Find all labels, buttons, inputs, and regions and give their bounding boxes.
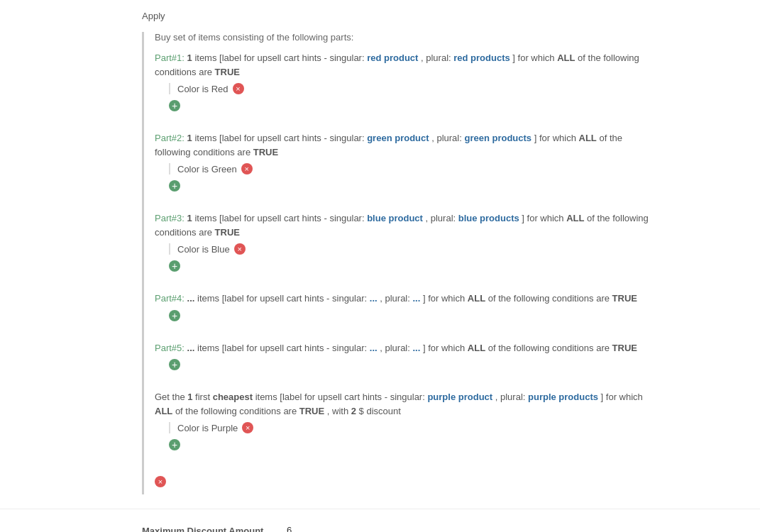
parts-container: Part#1: 1 items [label for upsell cart h… — [155, 51, 653, 377]
page-container: Apply Buy set of items consisting of the… — [0, 0, 760, 532]
remove-all-block: × — [155, 470, 653, 494]
get-singular: purple product — [427, 392, 492, 402]
get-true: TRUE — [299, 406, 324, 416]
add-condition-btn-part4[interactable]: + — [169, 310, 180, 321]
get-discount-qty: 2 — [351, 406, 356, 416]
remove-all-icon[interactable]: × — [155, 476, 166, 487]
part-desc-mid: , plural: — [378, 343, 413, 353]
get-header: Get the 1 first cheapest items [label fo… — [155, 390, 653, 418]
remove-condition-icon[interactable]: × — [241, 163, 253, 174]
part-label: Part#3: — [155, 213, 185, 223]
add-condition-btn-part3[interactable]: + — [169, 260, 180, 272]
part-label: Part#1: — [155, 52, 185, 63]
get-type: first — [192, 392, 212, 402]
part-condition-pre: of the following conditions are — [485, 343, 612, 353]
part-desc-post: ] for which — [420, 293, 467, 304]
part-header-part5: Part#5: ... items [label for upsell cart… — [155, 341, 653, 355]
rules-panel: Buy set of items consisting of the follo… — [142, 32, 653, 494]
maximum-discount-label: Maximum Discount Amount — [142, 526, 284, 533]
part-block-part1: Part#1: 1 items [label for upsell cart h… — [155, 51, 653, 118]
part-block-part2: Part#2: 1 items [label for upsell cart h… — [155, 131, 653, 199]
part-qty: 1 — [187, 133, 192, 143]
part-header-part2: Part#2: 1 items [label for upsell cart h… — [155, 131, 653, 159]
part-desc-pre: items [label for upsell cart hints - sin… — [194, 293, 369, 304]
part-header-part4: Part#4: ... items [label for upsell cart… — [155, 292, 653, 306]
add-condition-btn-part2[interactable]: + — [169, 180, 180, 192]
get-discount-symbol: $ — [356, 406, 364, 416]
condition-row-part2-0: Color is Green× — [169, 163, 653, 174]
add-get-condition-btn[interactable]: + — [169, 439, 180, 450]
condition-row-part1-0: Color is Red× — [169, 83, 653, 94]
part-qty: 1 — [187, 52, 192, 63]
part-label: Part#4: — [155, 293, 185, 304]
get-items-post: ] for which — [598, 392, 643, 402]
part-desc-post: ] for which — [420, 343, 467, 353]
remove-condition-icon[interactable]: × — [233, 83, 244, 94]
part-block-part4: Part#4: ... items [label for upsell cart… — [155, 292, 653, 328]
remove-condition-icon[interactable]: × — [234, 243, 246, 255]
get-items-pre: items [label for upsell cart hints - sin… — [253, 392, 427, 402]
part-plural: red products — [453, 52, 510, 63]
part-all: ALL — [557, 52, 575, 63]
intro-text: Buy set of items consisting of the follo… — [155, 32, 653, 43]
remove-get-condition-icon[interactable]: × — [242, 422, 253, 433]
add-condition-btn-part5[interactable]: + — [169, 359, 180, 370]
part-singular: red product — [367, 52, 418, 63]
part-desc-post: ] for which — [532, 133, 578, 143]
part-desc-post: ] for which — [510, 52, 557, 63]
part-all: ALL — [468, 343, 485, 353]
apply-row: Apply — [0, 0, 760, 32]
get-all: ALL — [155, 406, 172, 416]
part-header-part3: Part#3: 1 items [label for upsell cart h… — [155, 211, 653, 239]
part-label: Part#2: — [155, 133, 185, 143]
part-header-part1: Part#1: 1 items [label for upsell cart h… — [155, 51, 653, 79]
part-desc-pre: items [label for upsell cart hints - sin… — [192, 52, 367, 63]
main-content: Buy set of items consisting of the follo… — [0, 32, 760, 494]
part-qty: ... — [187, 293, 195, 304]
part-plural: blue products — [458, 213, 519, 223]
part-label: Part#5: — [155, 343, 185, 353]
part-plural: ... — [412, 293, 420, 304]
part-block-part5: Part#5: ... items [label for upsell cart… — [155, 341, 653, 378]
part-desc-pre: items [label for upsell cart hints - sin… — [194, 343, 369, 353]
condition-text: Color is Red — [177, 84, 228, 94]
get-pre: Get the — [155, 392, 187, 402]
get-cheapest: cheapest — [213, 392, 253, 402]
part-desc-mid: , plural: — [378, 293, 413, 304]
apply-label: Apply — [142, 11, 185, 21]
part-desc-pre: items [label for upsell cart hints - sin… — [192, 133, 367, 143]
add-condition-btn-part1[interactable]: + — [169, 100, 180, 111]
get-block: Get the 1 first cheapest items [label fo… — [155, 390, 653, 458]
part-true: TRUE — [612, 343, 637, 353]
discount-row: Maximum Discount Amount — [0, 509, 760, 532]
part-all: ALL — [468, 293, 485, 304]
get-items-mid: , plural: — [492, 392, 528, 402]
part-desc-mid: , plural: — [423, 213, 458, 223]
part-all: ALL — [579, 133, 597, 143]
maximum-discount-input[interactable] — [284, 523, 355, 532]
part-true: TRUE — [612, 293, 637, 304]
part-plural: green products — [464, 133, 532, 143]
condition-text: Color is Blue — [177, 244, 230, 255]
part-desc-post: ] for which — [519, 213, 566, 223]
condition-row-part3-0: Color is Blue× — [169, 243, 653, 255]
part-true: TRUE — [215, 227, 240, 238]
get-conditions-pre: of the following conditions are — [172, 406, 299, 416]
get-discount-pre: , with — [324, 406, 351, 416]
get-condition-text: Color is Purple — [177, 423, 238, 433]
part-desc-mid: , plural: — [418, 52, 453, 63]
part-qty: ... — [187, 343, 195, 353]
part-true: TRUE — [253, 147, 278, 157]
part-desc-mid: , plural: — [429, 133, 465, 143]
part-true: TRUE — [215, 67, 240, 77]
get-block-container: Get the 1 first cheapest items [label fo… — [155, 390, 653, 458]
part-singular: green product — [367, 133, 429, 143]
part-singular: ... — [370, 293, 378, 304]
part-condition-pre: of the following conditions are — [485, 293, 612, 304]
part-qty: 1 — [187, 213, 192, 223]
part-all: ALL — [566, 213, 584, 223]
get-plural: purple products — [528, 392, 598, 402]
get-condition-row-0: Color is Purple× — [169, 422, 653, 433]
part-block-part3: Part#3: 1 items [label for upsell cart h… — [155, 211, 653, 279]
part-singular: ... — [370, 343, 378, 353]
